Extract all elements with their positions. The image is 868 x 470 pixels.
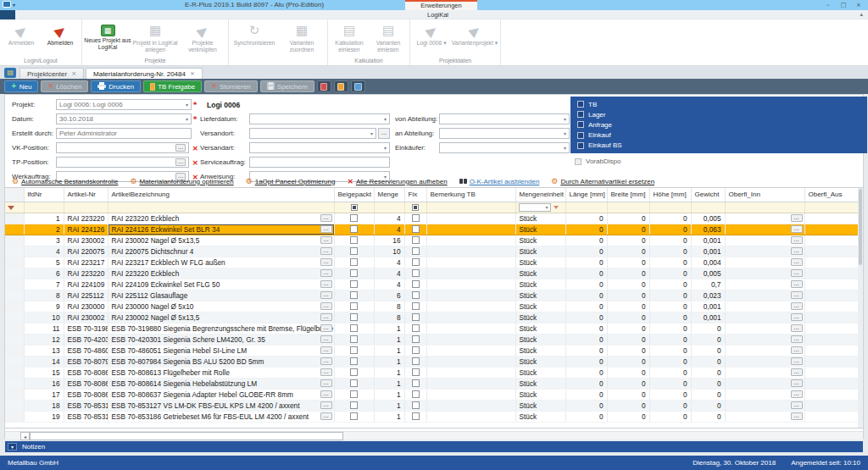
table-row[interactable]: 12 ESB 70-420301 ESB 70-420301 Siegenia …: [5, 334, 858, 345]
lookup-icon[interactable]: ...: [791, 324, 803, 332]
cell-breite[interactable]: 0: [607, 246, 649, 257]
vorabdispo-checkbox-item[interactable]: VorabDispo: [575, 158, 620, 165]
checkbox[interactable]: [577, 101, 584, 108]
filter-cell[interactable]: [649, 202, 691, 213]
lookup-icon[interactable]: ...: [791, 280, 803, 288]
quick-access-caret-icon[interactable]: ▾: [13, 2, 15, 8]
cell-laenge[interactable]: 0: [565, 290, 607, 301]
filter-cell[interactable]: [725, 202, 804, 213]
tb-freigabe-button[interactable]: TB Freigabe: [143, 80, 202, 92]
cell-oberfl-aus[interactable]: [804, 323, 858, 334]
stornieren-button[interactable]: × Stornieren: [204, 80, 258, 92]
cell-artikel-nr[interactable]: RAI 223220: [64, 268, 108, 279]
cell-breite[interactable]: 0: [607, 257, 649, 268]
cell-breite[interactable]: 0: [607, 312, 649, 323]
cell-oberfl-inn[interactable]: ...: [725, 378, 804, 389]
cell-hoehe[interactable]: 0: [649, 411, 691, 422]
cell-oberfl-inn[interactable]: ...: [725, 268, 804, 279]
lookup-icon[interactable]: ...: [320, 346, 332, 354]
cell-artikelbezeichnung[interactable]: ESB 70-486051 Siegenia Hebel SI-Line LM.…: [108, 345, 334, 356]
lieferdatum-select[interactable]: ▾: [249, 113, 390, 124]
cell-lfdnr[interactable]: 11: [24, 323, 64, 334]
cell-artikelbezeichnung[interactable]: ESB 70-420301 Siegenia Schere LM4200, Gr…: [108, 334, 334, 345]
abmelden-button[interactable]: ▶ Abmelden: [41, 20, 80, 57]
table-row[interactable]: 10 RAI 230002 RAI 230002 Nagel Ø 5x13,5.…: [5, 312, 858, 323]
cell-mengeneinheit[interactable]: Stück: [515, 257, 565, 268]
cell-mengeneinheit[interactable]: Stück: [515, 334, 565, 345]
lookup-icon[interactable]: ...: [791, 357, 803, 365]
cell-artikelbezeichnung[interactable]: ESB 70-808637 Siegenia Adapter Hebel GLO…: [108, 389, 334, 400]
cell-oberfl-inn[interactable]: ...: [725, 389, 804, 400]
cell-breite[interactable]: 0: [607, 268, 649, 279]
checkbox[interactable]: [350, 302, 358, 310]
cell-oberfl-inn[interactable]: ...: [725, 279, 804, 290]
export-button[interactable]: [351, 80, 365, 92]
menu-item[interactable]: [61, 10, 76, 19]
tp-position-field[interactable]: ...: [56, 157, 189, 168]
table-row[interactable]: 16 ESB 70-808614 ESB 70-808614 Siegenia …: [5, 378, 858, 389]
checkbox[interactable]: [412, 302, 420, 310]
link-materialanforderung-optimieren[interactable]: ⚙ Materialanforderung optimieren: [130, 178, 233, 185]
cell-artikel-nr[interactable]: ESB 70-853127: [64, 400, 108, 411]
cell-oberfl-aus[interactable]: [804, 356, 858, 367]
checkbox[interactable]: [350, 214, 358, 222]
cell-breite[interactable]: 0: [607, 290, 649, 301]
cell-artikelbezeichnung[interactable]: RAI 223220 Eckblech...: [108, 268, 334, 279]
cell-menge[interactable]: 4: [374, 213, 404, 224]
cell-breite[interactable]: 0: [607, 279, 649, 290]
cell-bemerkung-tb[interactable]: [426, 235, 515, 246]
variantenprojekt-button[interactable]: ▶ Variantenprojekt ▾: [451, 20, 498, 57]
cell-laenge[interactable]: 0: [565, 301, 607, 312]
cell-menge[interactable]: 4: [374, 257, 404, 268]
cell-bemerkung-tb[interactable]: [426, 323, 515, 334]
lookup-icon[interactable]: ...: [791, 412, 803, 420]
lookup-icon[interactable]: ...: [791, 379, 803, 387]
scroll-left-icon[interactable]: ◂: [20, 432, 30, 440]
cell-laenge[interactable]: 0: [565, 389, 607, 400]
cell-beigepackt[interactable]: [334, 378, 374, 389]
lookup-icon[interactable]: ...: [320, 335, 332, 343]
lookup-icon[interactable]: ...: [320, 401, 332, 409]
checkbox[interactable]: [412, 335, 420, 343]
cell-lfdnr[interactable]: 9: [24, 301, 64, 312]
cell-gewicht[interactable]: 0: [691, 356, 725, 367]
column-header-fix[interactable]: Fix: [404, 188, 426, 202]
cell-lfdnr[interactable]: 6: [24, 268, 64, 279]
cell-menge[interactable]: 1: [374, 356, 404, 367]
cell-oberfl-aus[interactable]: [804, 301, 858, 312]
cell-breite[interactable]: 0: [607, 301, 649, 312]
checkbox[interactable]: [412, 412, 420, 420]
cell-hoehe[interactable]: 0: [649, 345, 691, 356]
cell-laenge[interactable]: 0: [565, 345, 607, 356]
menu-item[interactable]: [31, 10, 46, 19]
close-icon[interactable]: ×: [71, 70, 76, 77]
cell-mengeneinheit[interactable]: Stück: [515, 301, 565, 312]
cell-gewicht[interactable]: 0,7: [691, 279, 725, 290]
table-row[interactable]: 1 RAI 223220 RAI 223220 Eckblech... 4 St…: [5, 213, 858, 224]
cell-breite[interactable]: 0: [607, 378, 649, 389]
lookup-icon[interactable]: ...: [320, 214, 332, 222]
tab-erweiterungen[interactable]: Erweiterungen: [405, 0, 477, 10]
cell-fix[interactable]: [404, 312, 426, 323]
cell-menge[interactable]: 1: [374, 323, 404, 334]
lookup-icon[interactable]: ...: [320, 357, 332, 365]
status-checkbox-item[interactable]: Einkauf BS: [577, 141, 860, 149]
cell-mengeneinheit[interactable]: Stück: [515, 290, 565, 301]
checkbox[interactable]: [350, 258, 358, 266]
cell-mengeneinheit[interactable]: Stück: [515, 312, 565, 323]
filter-cell[interactable]: [64, 202, 108, 213]
horizontal-scrollbar[interactable]: ◂: [5, 431, 863, 440]
cell-hoehe[interactable]: 0: [649, 323, 691, 334]
checkbox[interactable]: [350, 236, 358, 244]
cell-fix[interactable]: [404, 356, 426, 367]
table-row[interactable]: 3 RAI 230002 RAI 230002 Nagel Ø 5x13,5..…: [5, 235, 858, 246]
an-abteilung-select[interactable]: ▾: [439, 128, 570, 139]
cell-lfdnr[interactable]: 14: [24, 356, 64, 367]
filter-icon[interactable]: [8, 206, 14, 210]
cell-lfdnr[interactable]: 3: [24, 235, 64, 246]
cell-gewicht[interactable]: 0: [691, 345, 725, 356]
mengeneinheit-filter-select[interactable]: ▾: [519, 203, 551, 212]
beigepackt-filter-checkbox[interactable]: [334, 202, 374, 213]
cell-fix[interactable]: [404, 290, 426, 301]
cell-laenge[interactable]: 0: [565, 213, 607, 224]
